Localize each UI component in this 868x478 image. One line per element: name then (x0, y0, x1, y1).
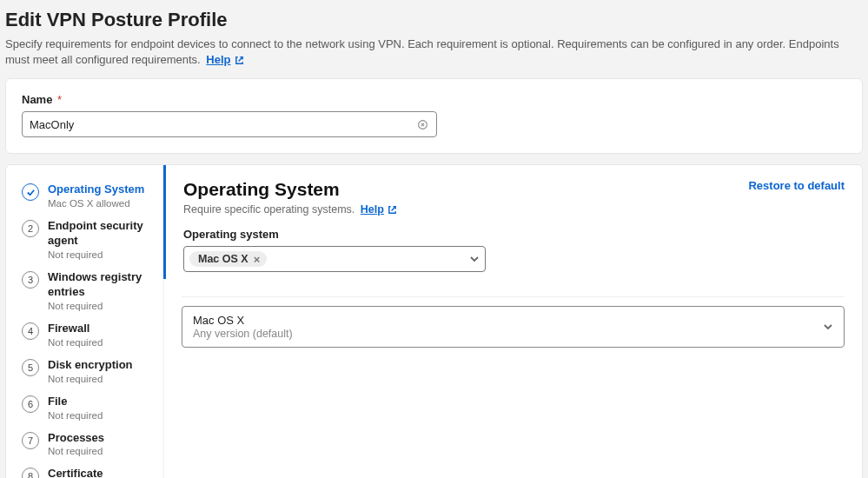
os-chip-mac-os-x: Mac OS X × (189, 251, 267, 267)
chip-remove-icon[interactable]: × (254, 254, 261, 265)
step-sub: Not required (48, 410, 103, 421)
clear-input-icon[interactable] (415, 117, 429, 131)
page-title: Edit VPN Posture Profile (5, 9, 863, 31)
step-disk-encryption[interactable]: 5 Disk encryption Not required (6, 353, 163, 389)
step-title: Endpoint security agent (48, 219, 155, 249)
chevron-down-icon (823, 322, 833, 332)
os-version-select[interactable]: Mac OS X Any version (default) (182, 306, 845, 348)
name-input-value: MacOnly (30, 118, 415, 131)
step-sub: Mac OS X allowed (48, 198, 144, 209)
os-multiselect[interactable]: Mac OS X × (183, 246, 486, 272)
page-description: Specify requirements for endpoint device… (5, 37, 863, 68)
step-title: Certificate (48, 467, 103, 478)
required-star: * (57, 93, 62, 106)
divider (182, 296, 845, 297)
step-certificate[interactable]: 8 Certificate Not required (6, 461, 163, 478)
os-version-sub: Any version (default) (193, 328, 823, 340)
help-link-header[interactable]: Help (206, 52, 243, 68)
step-operating-system[interactable]: Operating System Mac OS X allowed (6, 177, 163, 214)
check-icon (22, 183, 39, 201)
restore-to-default-link[interactable]: Restore to default (748, 179, 845, 192)
wizard-main: Operating System Require specific operat… (164, 165, 862, 478)
step-sub: Not required (48, 374, 133, 384)
name-label: Name (22, 93, 52, 106)
step-title: Operating System (48, 183, 144, 197)
step-sub: Not required (48, 446, 104, 456)
step-title: Firewall (48, 322, 103, 336)
page-header: Edit VPN Posture Profile Specify require… (0, 0, 868, 78)
external-link-icon (235, 56, 244, 65)
step-title: Processes (48, 431, 104, 446)
wizard-panel: Operating System Mac OS X allowed 2 Endp… (5, 164, 863, 478)
step-firewall[interactable]: 4 Firewall Not required (6, 316, 163, 353)
wizard-sidebar: Operating System Mac OS X allowed 2 Endp… (6, 165, 164, 478)
step-title: Windows registry entries (48, 270, 155, 300)
name-card: Name * MacOnly (5, 78, 863, 154)
external-link-icon (388, 205, 397, 215)
help-link-section[interactable]: Help (361, 203, 397, 216)
step-windows-registry-entries[interactable]: 3 Windows registry entries Not required (6, 265, 163, 316)
step-title: Disk encryption (48, 358, 133, 373)
step-sub: Not required (48, 337, 103, 348)
section-description: Require specific operating systems. Help (183, 203, 748, 216)
section-title: Operating System (183, 179, 748, 200)
os-version-title: Mac OS X (193, 314, 823, 327)
chevron-down-icon (469, 254, 480, 264)
name-input[interactable]: MacOnly (22, 111, 437, 137)
step-sub: Not required (48, 301, 155, 311)
step-endpoint-security-agent[interactable]: 2 Endpoint security agent Not required (6, 214, 163, 265)
chip-label: Mac OS X (198, 253, 248, 265)
step-file[interactable]: 6 File Not required (6, 389, 163, 426)
step-sub: Not required (48, 249, 155, 260)
step-title: File (48, 395, 103, 409)
step-processes[interactable]: 7 Processes Not required (6, 426, 163, 462)
os-field-label: Operating system (183, 228, 845, 241)
